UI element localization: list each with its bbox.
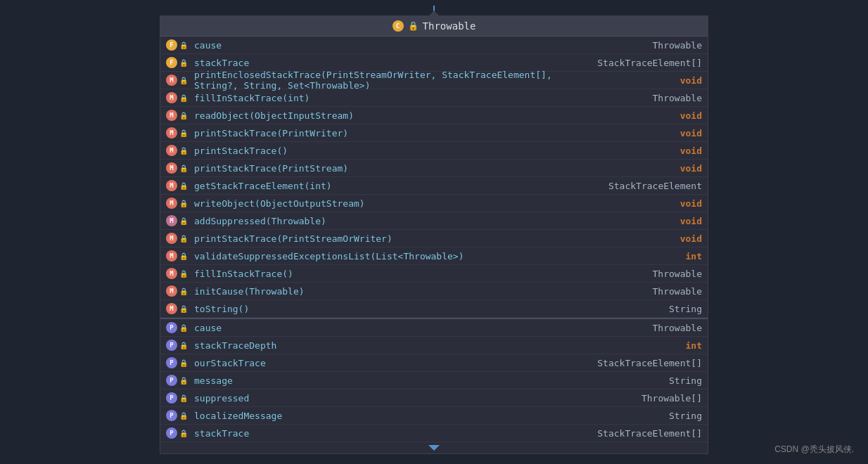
row-icons: M🔒 <box>166 250 194 262</box>
member-name: stackTrace <box>194 428 575 439</box>
member-type: void <box>575 216 702 226</box>
main-container: C 🔒 Throwable F🔒causeThrowableF🔒stackTra… <box>0 0 868 464</box>
table-row[interactable]: P🔒stackTraceStackTraceElement[] <box>160 425 708 442</box>
member-badge: P <box>166 392 177 404</box>
table-row[interactable]: M🔒toString()String <box>160 300 708 318</box>
table-row[interactable]: P🔒localizedMessageString <box>160 407 708 425</box>
table-row[interactable]: P🔒suppressedThrowable[] <box>160 389 708 407</box>
row-icons: M🔒 <box>166 268 194 279</box>
row-icons: P🔒 <box>166 410 194 421</box>
member-badge: M <box>166 268 177 279</box>
table-row[interactable]: M🔒printStackTrace(PrintStreamOrWriter)vo… <box>160 230 708 247</box>
member-badge: M <box>166 75 177 86</box>
row-icons: M🔒 <box>166 110 194 121</box>
table-row[interactable]: M🔒printEnclosedStackTrace(PrintStreamOrW… <box>160 72 708 89</box>
member-type: void <box>575 110 702 121</box>
table-row[interactable]: M🔒writeObject(ObjectOutputStream)void <box>160 195 708 212</box>
lock-icon: 🔒 <box>179 59 188 67</box>
member-name: ourStackTrace <box>194 358 575 368</box>
member-type: Throwable <box>575 269 702 279</box>
table-row[interactable]: M🔒initCause(Throwable)Throwable <box>160 283 708 300</box>
member-badge: M <box>166 127 177 138</box>
member-name: suppressed <box>194 393 575 404</box>
row-icons: M🔒 <box>166 180 194 191</box>
member-name: toString() <box>194 304 575 314</box>
member-badge: M <box>166 92 177 103</box>
member-name: printStackTrace(PrintWriter) <box>194 128 575 138</box>
table-row[interactable]: P🔒ourStackTraceStackTraceElement[] <box>160 354 708 372</box>
row-icons: P🔒 <box>166 427 194 439</box>
row-icons: M🔒 <box>166 145 194 156</box>
member-badge: F <box>166 57 177 68</box>
member-type: StackTraceElement[] <box>575 358 702 368</box>
lock-icon: 🔒 <box>179 288 188 295</box>
member-badge: M <box>166 180 177 191</box>
member-type: Throwable <box>575 93 702 103</box>
member-badge: M <box>166 162 177 174</box>
table-row[interactable]: P🔒stackTraceDepthint <box>160 337 708 354</box>
member-name: printStackTrace(PrintStreamOrWriter) <box>194 233 575 244</box>
member-type: void <box>575 146 702 156</box>
lock-icon: 🔒 <box>179 112 188 120</box>
member-type: String <box>575 304 702 314</box>
lock-icon: 🔒 <box>179 430 188 437</box>
table-row[interactable]: M🔒printStackTrace(PrintStream)void <box>160 160 708 177</box>
table-row[interactable]: M🔒addSuppressed(Throwable)void <box>160 212 708 230</box>
lock-icon: 🔒 <box>179 305 188 313</box>
row-icons: M🔒 <box>166 92 194 103</box>
member-type: Throwable <box>575 40 702 51</box>
member-name: cause <box>194 40 575 51</box>
table-row[interactable]: F🔒causeThrowable <box>160 37 708 54</box>
member-name: fillInStackTrace() <box>194 269 575 279</box>
member-badge: P <box>166 375 177 386</box>
member-type: void <box>575 163 702 174</box>
member-type: void <box>575 75 702 86</box>
member-name: printStackTrace(PrintStream) <box>194 163 575 174</box>
member-name: addSuppressed(Throwable) <box>194 216 575 226</box>
member-type: void <box>575 233 702 244</box>
member-type: String <box>575 411 702 421</box>
class-panel: C 🔒 Throwable F🔒causeThrowableF🔒stackTra… <box>160 15 708 454</box>
row-icons: M🔒 <box>166 285 194 297</box>
arrow-down-icon <box>428 445 440 451</box>
member-name: localizedMessage <box>194 411 575 421</box>
panel-title: Throwable <box>423 20 476 32</box>
member-type: void <box>575 128 702 138</box>
table-row[interactable]: M🔒readObject(ObjectInputStream)void <box>160 107 708 124</box>
table-row[interactable]: M🔒printStackTrace()void <box>160 142 708 160</box>
lock-icon: 🔒 <box>179 324 188 332</box>
table-row[interactable]: M🔒fillInStackTrace()Throwable <box>160 265 708 283</box>
table-row[interactable]: M🔒fillInStackTrace(int)Throwable <box>160 89 708 107</box>
member-type: int <box>575 340 702 351</box>
table-row[interactable]: P🔒messageString <box>160 372 708 389</box>
lock-icon: 🔒 <box>179 200 188 207</box>
member-badge: M <box>166 303 177 314</box>
row-icons: P🔒 <box>166 392 194 404</box>
table-row[interactable]: M🔒validateSuppressedExceptionsList(List<… <box>160 247 708 265</box>
member-type: void <box>575 198 702 209</box>
table-row[interactable]: M🔒getStackTraceElement(int)StackTraceEle… <box>160 177 708 195</box>
table-row[interactable]: P🔒causeThrowable <box>160 319 708 337</box>
member-badge: P <box>166 357 177 368</box>
arrow-down-container <box>160 442 708 453</box>
lock-icon: 🔒 <box>179 377 188 385</box>
table-row[interactable]: M🔒printStackTrace(PrintWriter)void <box>160 124 708 142</box>
methods-list: F🔒causeThrowableF🔒stackTraceStackTraceEl… <box>160 37 708 318</box>
lock-icon: 🔒 <box>179 129 188 137</box>
row-icons: P🔒 <box>166 340 194 351</box>
lock-icon: 🔒 <box>179 342 188 349</box>
row-icons: M🔒 <box>166 75 194 86</box>
lock-icon: 🔒 <box>179 252 188 260</box>
member-badge: P <box>166 410 177 421</box>
member-type: int <box>575 251 702 262</box>
member-type: Throwable[] <box>575 393 702 404</box>
properties-list: P🔒causeThrowableP🔒stackTraceDepthintP🔒ou… <box>160 318 708 442</box>
lock-icon: 🔒 <box>179 270 188 278</box>
lock-icon: 🔒 <box>179 147 188 155</box>
member-name: validateSuppressedExceptionsList(List<Th… <box>194 251 575 262</box>
member-badge: F <box>166 39 177 51</box>
row-icons: F🔒 <box>166 39 194 51</box>
row-icons: M🔒 <box>166 303 194 314</box>
member-name: printEnclosedStackTrace(PrintStreamOrWri… <box>194 70 575 91</box>
member-name: initCause(Throwable) <box>194 286 575 297</box>
